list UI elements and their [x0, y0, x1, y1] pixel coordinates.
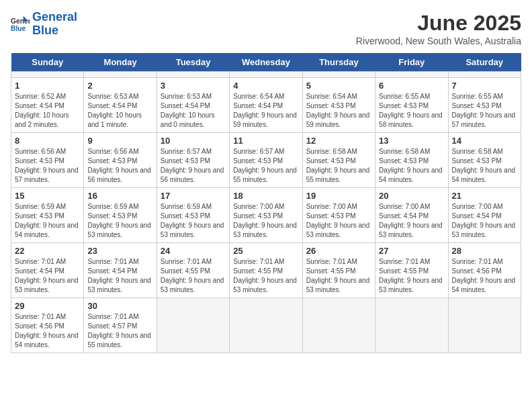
calendar-row: 8Sunrise: 6:56 AMSunset: 4:53 PMDaylight…	[11, 133, 521, 188]
calendar-cell	[448, 72, 521, 78]
cell-detail: Sunrise: 7:01 AMSunset: 4:55 PMDaylight:…	[306, 257, 371, 295]
cell-detail: Sunrise: 7:01 AMSunset: 4:57 PMDaylight:…	[87, 312, 152, 350]
cell-detail: Sunrise: 7:01 AMSunset: 4:56 PMDaylight:…	[452, 257, 517, 295]
cell-detail: Sunrise: 7:01 AMSunset: 4:54 PMDaylight:…	[15, 257, 80, 295]
cell-detail: Sunrise: 6:53 AMSunset: 4:54 PMDaylight:…	[161, 92, 226, 130]
day-number: 9	[87, 136, 152, 146]
logo: General Blue General Blue	[11, 11, 77, 38]
col-thursday: Thursday	[302, 53, 375, 72]
calendar-cell: 25Sunrise: 7:01 AMSunset: 4:55 PMDayligh…	[230, 243, 302, 298]
day-number: 26	[306, 246, 371, 256]
calendar-row: 29Sunrise: 7:01 AMSunset: 4:56 PMDayligh…	[11, 298, 521, 353]
day-number: 19	[306, 191, 371, 201]
calendar-cell: 23Sunrise: 7:01 AMSunset: 4:54 PMDayligh…	[84, 243, 157, 298]
cell-detail: Sunrise: 7:01 AMSunset: 4:55 PMDaylight:…	[233, 257, 298, 295]
day-number: 6	[379, 81, 444, 91]
day-number: 16	[87, 191, 152, 201]
col-monday: Monday	[84, 53, 157, 72]
calendar-cell: 22Sunrise: 7:01 AMSunset: 4:54 PMDayligh…	[11, 243, 84, 298]
calendar-cell: 11Sunrise: 6:57 AMSunset: 4:53 PMDayligh…	[230, 133, 302, 188]
location: Riverwood, New South Wales, Australia	[356, 36, 521, 46]
day-number: 7	[452, 81, 517, 91]
calendar-cell: 28Sunrise: 7:01 AMSunset: 4:56 PMDayligh…	[448, 243, 521, 298]
cell-detail: Sunrise: 6:56 AMSunset: 4:53 PMDaylight:…	[87, 147, 152, 185]
cell-detail: Sunrise: 6:59 AMSunset: 4:53 PMDaylight:…	[87, 202, 152, 240]
day-number: 1	[15, 81, 80, 91]
day-number: 22	[15, 246, 80, 256]
cell-detail: Sunrise: 6:58 AMSunset: 4:53 PMDaylight:…	[306, 147, 371, 185]
logo-general: General	[32, 10, 77, 24]
cell-detail: Sunrise: 7:00 AMSunset: 4:54 PMDaylight:…	[452, 202, 517, 240]
day-number: 18	[233, 191, 298, 201]
col-wednesday: Wednesday	[230, 53, 302, 72]
calendar-cell	[448, 298, 521, 353]
calendar-cell: 6Sunrise: 6:55 AMSunset: 4:53 PMDaylight…	[375, 78, 448, 133]
calendar-cell: 7Sunrise: 6:55 AMSunset: 4:53 PMDaylight…	[448, 78, 521, 133]
calendar-cell	[230, 298, 302, 353]
day-number: 23	[87, 246, 152, 256]
logo-icon: General Blue	[11, 15, 30, 34]
calendar-row: 15Sunrise: 6:59 AMSunset: 4:53 PMDayligh…	[11, 188, 521, 243]
logo-blue: Blue	[32, 24, 58, 37]
calendar-cell: 10Sunrise: 6:57 AMSunset: 4:53 PMDayligh…	[157, 133, 229, 188]
calendar-cell: 19Sunrise: 7:00 AMSunset: 4:53 PMDayligh…	[302, 188, 375, 243]
calendar-cell: 9Sunrise: 6:56 AMSunset: 4:53 PMDaylight…	[84, 133, 157, 188]
cell-detail: Sunrise: 6:59 AMSunset: 4:53 PMDaylight:…	[161, 202, 226, 240]
day-number: 14	[452, 136, 517, 146]
calendar-cell	[11, 72, 84, 78]
cell-detail: Sunrise: 6:56 AMSunset: 4:53 PMDaylight:…	[15, 147, 80, 185]
calendar-cell: 20Sunrise: 7:00 AMSunset: 4:54 PMDayligh…	[375, 188, 448, 243]
calendar-cell	[375, 72, 448, 78]
day-number: 8	[15, 136, 80, 146]
cell-detail: Sunrise: 6:57 AMSunset: 4:53 PMDaylight:…	[233, 147, 298, 185]
cell-detail: Sunrise: 6:54 AMSunset: 4:53 PMDaylight:…	[306, 92, 371, 130]
cell-detail: Sunrise: 7:00 AMSunset: 4:54 PMDaylight:…	[379, 202, 444, 240]
day-number: 20	[379, 191, 444, 201]
cell-detail: Sunrise: 6:55 AMSunset: 4:53 PMDaylight:…	[452, 92, 517, 130]
calendar-table: Sunday Monday Tuesday Wednesday Thursday…	[11, 53, 521, 353]
header-row: Sunday Monday Tuesday Wednesday Thursday…	[11, 53, 521, 72]
col-friday: Friday	[375, 53, 448, 72]
calendar-cell: 30Sunrise: 7:01 AMSunset: 4:57 PMDayligh…	[84, 298, 157, 353]
day-number: 5	[306, 81, 371, 91]
calendar-cell: 17Sunrise: 6:59 AMSunset: 4:53 PMDayligh…	[157, 188, 229, 243]
calendar-row	[11, 72, 521, 78]
cell-detail: Sunrise: 6:55 AMSunset: 4:53 PMDaylight:…	[379, 92, 444, 130]
day-number: 3	[161, 81, 226, 91]
day-number: 13	[379, 136, 444, 146]
cell-detail: Sunrise: 7:01 AMSunset: 4:55 PMDaylight:…	[161, 257, 226, 295]
cell-detail: Sunrise: 7:00 AMSunset: 4:53 PMDaylight:…	[233, 202, 298, 240]
col-tuesday: Tuesday	[157, 53, 229, 72]
col-saturday: Saturday	[448, 53, 521, 72]
day-number: 17	[161, 191, 226, 201]
day-number: 30	[87, 301, 152, 311]
calendar-cell	[375, 298, 448, 353]
day-number: 4	[233, 81, 298, 91]
calendar-cell: 3Sunrise: 6:53 AMSunset: 4:54 PMDaylight…	[157, 78, 229, 133]
cell-detail: Sunrise: 6:58 AMSunset: 4:53 PMDaylight:…	[379, 147, 444, 185]
cell-detail: Sunrise: 6:53 AMSunset: 4:54 PMDaylight:…	[87, 92, 152, 130]
month-title: June 2025	[356, 11, 521, 36]
logo-text: General Blue	[32, 11, 77, 38]
day-number: 15	[15, 191, 80, 201]
svg-text:Blue: Blue	[11, 25, 26, 32]
calendar-cell: 12Sunrise: 6:58 AMSunset: 4:53 PMDayligh…	[302, 133, 375, 188]
cell-detail: Sunrise: 6:52 AMSunset: 4:54 PMDaylight:…	[15, 92, 80, 130]
header: General Blue General Blue June 2025 Rive…	[11, 11, 521, 46]
calendar-cell	[84, 72, 157, 78]
day-number: 21	[452, 191, 517, 201]
title-area: June 2025 Riverwood, New South Wales, Au…	[356, 11, 521, 46]
cell-detail: Sunrise: 7:01 AMSunset: 4:54 PMDaylight:…	[87, 257, 152, 295]
calendar-cell: 1Sunrise: 6:52 AMSunset: 4:54 PMDaylight…	[11, 78, 84, 133]
calendar-cell: 21Sunrise: 7:00 AMSunset: 4:54 PMDayligh…	[448, 188, 521, 243]
calendar-cell: 29Sunrise: 7:01 AMSunset: 4:56 PMDayligh…	[11, 298, 84, 353]
calendar-cell: 13Sunrise: 6:58 AMSunset: 4:53 PMDayligh…	[375, 133, 448, 188]
cell-detail: Sunrise: 7:01 AMSunset: 4:55 PMDaylight:…	[379, 257, 444, 295]
calendar-cell	[157, 72, 229, 78]
cell-detail: Sunrise: 6:57 AMSunset: 4:53 PMDaylight:…	[161, 147, 226, 185]
day-number: 12	[306, 136, 371, 146]
calendar-cell: 26Sunrise: 7:01 AMSunset: 4:55 PMDayligh…	[302, 243, 375, 298]
day-number: 2	[87, 81, 152, 91]
calendar-cell	[157, 298, 229, 353]
day-number: 25	[233, 246, 298, 256]
